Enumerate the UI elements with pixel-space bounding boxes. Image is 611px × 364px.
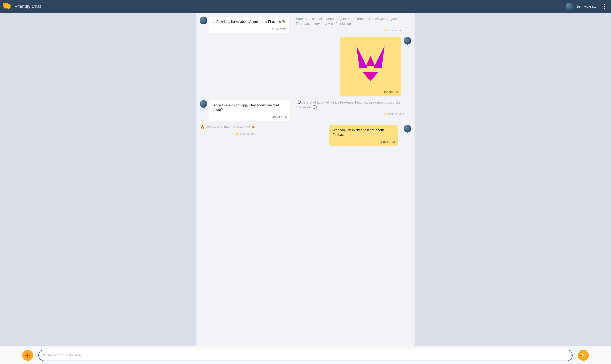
ai-text: 💬 Let's chat about all things Firebase: … bbox=[297, 100, 404, 110]
message-input[interactable] bbox=[38, 350, 573, 361]
user-name: Jeff Huleatt bbox=[576, 4, 596, 9]
svg-marker-7 bbox=[363, 72, 378, 81]
ai-text: 🔥 Welcome to the Firebase fam! 🔥 bbox=[200, 125, 255, 130]
ai-generated-label: ✨ ai generated bbox=[297, 112, 404, 116]
ai-generated-label: ✨ ai generated bbox=[296, 28, 403, 32]
message-row: 4:16:48 PM bbox=[200, 37, 411, 96]
message-timestamp: 4:16:17 PM bbox=[213, 115, 287, 119]
svg-marker-5 bbox=[373, 46, 385, 68]
chat-panel[interactable]: Let's write a haiku about Angular and Fi… bbox=[197, 13, 414, 346]
svg-marker-6 bbox=[366, 56, 375, 66]
send-button[interactable] bbox=[578, 350, 589, 361]
ai-suggestion: 💬 Let's chat about all things Firebase: … bbox=[296, 100, 405, 116]
message-avatar bbox=[200, 16, 207, 24]
message-timestamp: 4:17:25 PM bbox=[213, 27, 286, 31]
angular-logo-image bbox=[340, 37, 401, 89]
ai-suggestion: Sure, here's a haiku about Angular and F… bbox=[295, 16, 404, 32]
more-menu-icon[interactable] bbox=[602, 2, 607, 11]
message-row: 🔥 Welcome to the Firebase fam! 🔥 ✨ ai ge… bbox=[200, 125, 411, 146]
ai-generated-label: ✨ ai generated bbox=[200, 132, 255, 136]
main-area: Let's write a haiku about Angular and Fi… bbox=[0, 13, 611, 346]
user-area[interactable]: Jeff Huleatt bbox=[566, 2, 607, 11]
message-bubble: Woohoo, I'm excited to learn about Fireb… bbox=[329, 125, 398, 146]
message-avatar bbox=[404, 125, 411, 132]
svg-rect-10 bbox=[580, 355, 582, 356]
message-bubble: Since this is a chat app, what should we… bbox=[209, 100, 290, 121]
message-bubble-image: 4:16:48 PM bbox=[340, 37, 401, 96]
composer-bar bbox=[0, 346, 611, 364]
app-title: Friendly Chat bbox=[14, 4, 41, 9]
ai-text: Sure, here's a haiku about Angular and F… bbox=[296, 16, 403, 26]
svg-marker-3 bbox=[7, 8, 9, 10]
app-header: Friendly Chat Jeff Huleatt bbox=[0, 0, 611, 13]
ai-suggestion: 🔥 Welcome to the Firebase fam! 🔥 ✨ ai ge… bbox=[200, 125, 256, 136]
message-bubble: Let's write a haiku about Angular and Fi… bbox=[209, 16, 289, 33]
message-timestamp: 4:16:48 PM bbox=[340, 90, 401, 96]
message-avatar bbox=[200, 100, 207, 108]
chat-logo-icon bbox=[2, 2, 12, 11]
add-attachment-button[interactable] bbox=[22, 350, 33, 361]
message-text: Since this is a chat app, what should we… bbox=[213, 103, 287, 112]
message-row: Since this is a chat app, what should we… bbox=[200, 100, 411, 121]
message-row: Let's write a haiku about Angular and Fi… bbox=[200, 16, 411, 33]
logo-group: Friendly Chat bbox=[2, 2, 41, 11]
user-avatar[interactable] bbox=[566, 3, 573, 10]
message-timestamp: 4:15:44 PM bbox=[332, 140, 395, 144]
svg-marker-4 bbox=[356, 46, 368, 68]
message-text: Let's write a haiku about Angular and Fi… bbox=[213, 19, 286, 24]
svg-rect-2 bbox=[5, 4, 11, 9]
message-avatar bbox=[404, 37, 411, 45]
message-text: Woohoo, I'm excited to learn about Fireb… bbox=[332, 128, 395, 137]
